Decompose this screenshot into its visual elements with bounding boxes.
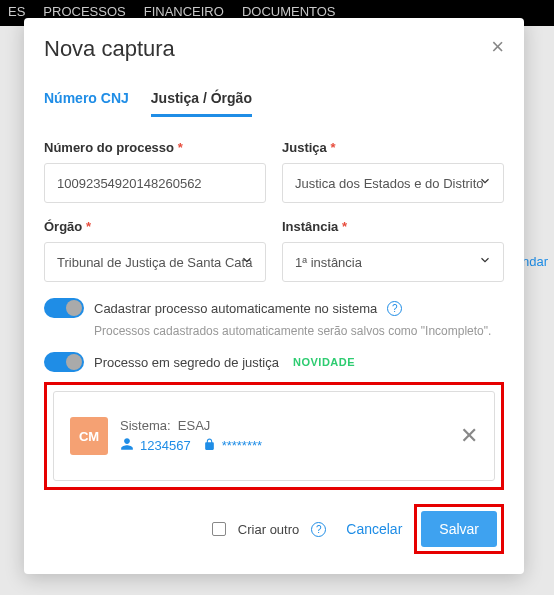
- help-icon[interactable]: ?: [311, 522, 326, 537]
- toggle-segredo-justica[interactable]: [44, 352, 84, 372]
- background-link[interactable]: ndar: [522, 254, 548, 269]
- label-instancia: Instância *: [282, 219, 504, 234]
- badge-novidade: NOVIDADE: [293, 356, 355, 368]
- label-numero-processo: Número do processo *: [44, 140, 266, 155]
- nav-item[interactable]: ES: [8, 4, 25, 22]
- toggle-label-segredo: Processo em segredo de justiça: [94, 355, 279, 370]
- select-justica[interactable]: [282, 163, 504, 203]
- user-icon: [120, 437, 134, 454]
- remove-credential-icon[interactable]: ✕: [460, 423, 478, 449]
- tab-justica-orgao[interactable]: Justiça / Órgão: [151, 90, 252, 117]
- select-instancia[interactable]: [282, 242, 504, 282]
- toggle-cadastrar-auto[interactable]: [44, 298, 84, 318]
- help-icon[interactable]: ?: [387, 301, 402, 316]
- save-button[interactable]: Salvar: [421, 511, 497, 547]
- close-icon[interactable]: ×: [491, 36, 504, 58]
- modal-nova-captura: Nova captura × Número CNJ Justiça / Órgã…: [24, 18, 524, 574]
- highlight-credentials: CM Sistema: ESAJ 1234567 ******** ✕: [44, 382, 504, 490]
- avatar: CM: [70, 417, 108, 455]
- label-orgao: Órgão *: [44, 219, 266, 234]
- highlight-save: Salvar: [414, 504, 504, 554]
- lock-icon: [203, 438, 216, 454]
- input-numero-processo[interactable]: [44, 163, 266, 203]
- tab-bar: Número CNJ Justiça / Órgão: [44, 90, 504, 118]
- tab-numero-cnj[interactable]: Número CNJ: [44, 90, 129, 117]
- checkbox-criar-outro[interactable]: [212, 522, 226, 536]
- select-orgao[interactable]: [44, 242, 266, 282]
- hint-auto: Processos cadastrados automaticamente se…: [94, 324, 504, 338]
- credential-user: 1234567: [140, 438, 191, 453]
- credential-pass: ********: [222, 438, 262, 453]
- cancel-button[interactable]: Cancelar: [346, 521, 402, 537]
- toggle-label-auto: Cadastrar processo automaticamente no si…: [94, 301, 377, 316]
- label-criar-outro: Criar outro: [238, 522, 299, 537]
- credential-card: CM Sistema: ESAJ 1234567 ******** ✕: [53, 391, 495, 481]
- label-justica: Justiça *: [282, 140, 504, 155]
- modal-title: Nova captura: [44, 36, 175, 62]
- credential-system: Sistema: ESAJ: [120, 418, 448, 433]
